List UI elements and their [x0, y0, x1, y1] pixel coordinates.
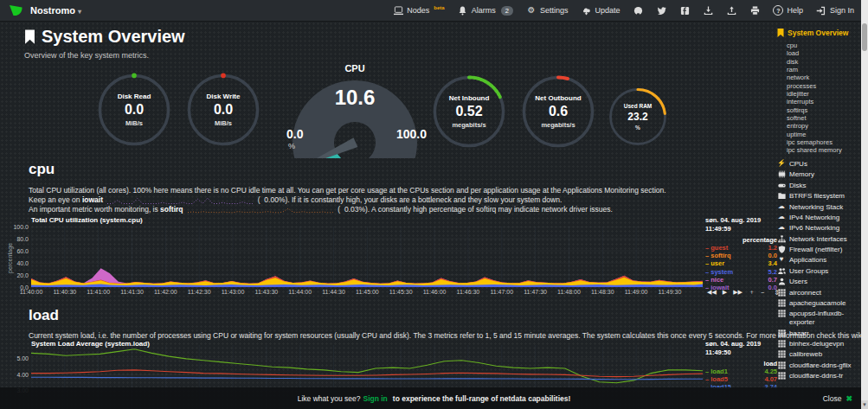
cpu-chart-toolbar: ◀◀ ▶ ▶▶ ＋ − ⇕	[707, 288, 780, 297]
legend-row-nice[interactable]: – nice0.7	[705, 276, 777, 284]
cpu-xtick: 11:40:30	[53, 289, 76, 295]
chevron-down-icon: ▾	[78, 8, 81, 16]
sidebar-subitem-ram[interactable]: ram	[777, 66, 859, 73]
sidebar-subitem-interrupts[interactable]: interrupts	[777, 98, 859, 105]
sidebar-item-cloudflare-ddns-tr[interactable]: cloudflare-ddns-tr	[777, 371, 859, 381]
cpu-xtick: 11:48:00	[557, 289, 581, 295]
sidebar-item-user-groups[interactable]: User Groups	[777, 266, 859, 277]
legend-series-value: 0.0	[768, 252, 777, 259]
twitter-button[interactable]	[656, 5, 666, 16]
sidebar-subitem-network[interactable]: network	[777, 73, 859, 81]
pan-forward-icon[interactable]: ▶▶	[733, 289, 743, 296]
iowait-sparkline-chart[interactable]	[107, 196, 253, 205]
legend-series-name: – system	[705, 268, 733, 276]
sidebar-subitem-softirqs[interactable]: softirqs	[777, 106, 859, 114]
cpu-description-line2: Keep an eye on iowait ( 0.00%). If it is…	[29, 195, 562, 205]
sidebar-item-apcupsd-influxdb-exporter[interactable]: apcupsd-influxdb-exporter	[777, 309, 859, 328]
page-title: System Overview	[24, 27, 185, 47]
cpu-chart-plot[interactable]	[31, 227, 703, 287]
legend-series-value: 5.2	[768, 268, 777, 276]
sidebar-item-calibreweb[interactable]: calibreweb	[777, 349, 859, 360]
sidebar-subitem-softnet[interactable]: softnet	[777, 114, 859, 122]
netdata-logo-icon[interactable]	[9, 4, 23, 17]
hostname-dropdown[interactable]: Nostromo▾	[30, 5, 81, 16]
sidebar-subitem-idlejitter[interactable]: idlejitter	[777, 90, 859, 98]
sidebar-item-ipv6-networking[interactable]: ☁IPv6 Networking	[777, 223, 859, 233]
print-button[interactable]	[749, 5, 760, 16]
sidebar-item-users[interactable]: Users	[777, 277, 859, 287]
cpu-ytick: 80.0	[5, 236, 29, 242]
sidebar-item-system-overview[interactable]: System Overview	[777, 29, 859, 37]
banner-signin-link[interactable]: Sign in	[363, 394, 387, 403]
alarms-menu-item[interactable]: Alarms 2	[458, 5, 513, 16]
legend-row-user[interactable]: – user3.4	[705, 259, 777, 267]
sidebar-item-ipv4-networking[interactable]: ☁IPv4 Networking	[777, 213, 859, 223]
softirq-sparkline-chart[interactable]	[188, 206, 333, 214]
hdd-icon	[777, 182, 786, 189]
sidebar-subitem-uptime[interactable]: uptime	[777, 131, 859, 138]
scrollbar-down-arrow[interactable]: ▼	[861, 400, 868, 409]
sidebar-item-cloudflare-ddns-gflix[interactable]: cloudflare-ddns-gflix	[777, 361, 859, 371]
pan-backward-icon[interactable]: ◀◀	[707, 289, 717, 296]
net-outbound-gauge-chart[interactable]: Net Outbound0.6megabits/s	[520, 73, 596, 150]
update-menu-item[interactable]: Update	[581, 5, 620, 16]
sidebar-item-applications[interactable]: ♥Applications	[777, 255, 859, 265]
legend-series-name: – softirq	[705, 252, 731, 259]
legend-row-load1[interactable]: – load14.25	[705, 367, 777, 375]
cpu-chart-xticks: 11:40:0011:40:3011:41:0011:41:3011:42:00…	[31, 289, 703, 296]
signin-menu-item[interactable]: Sign In	[816, 5, 854, 16]
sidebar-item-networking-stack[interactable]: ☁Networking Stack	[777, 201, 859, 212]
sidebar-subitem-cpu[interactable]: cpu	[777, 42, 859, 49]
scrollbar-thumb[interactable]	[862, 23, 867, 51]
sidebar-item-airconnect[interactable]: airconnect	[777, 287, 859, 297]
disk-read-gauge-chart[interactable]: Disk Read0.0MiB/s	[96, 72, 172, 148]
settings-menu-item[interactable]: ⚙ Settings	[526, 5, 569, 16]
cpu-description-line1: Total CPU utilization (all cores). 100% …	[29, 186, 666, 195]
download-icon	[703, 5, 713, 16]
sidebar-subitem-ipc-semaphores[interactable]: ipc semaphores	[777, 138, 859, 146]
sidebar-item-disks[interactable]: Disks	[777, 181, 859, 191]
zoom-out-icon[interactable]: −	[761, 290, 764, 296]
gauge-value: 0.52	[455, 104, 482, 119]
page-scrollbar[interactable]: ▼	[861, 0, 868, 409]
sidebar-item-network-interfaces[interactable]: Network Interfaces	[777, 233, 859, 244]
cpu-gauge-unit: %	[288, 142, 295, 150]
cpu-xtick: 11:46:00	[423, 289, 447, 295]
sidebar-item-memory[interactable]: Memory	[777, 169, 859, 180]
sidebar-item-bazarr[interactable]: bazarr	[777, 328, 859, 338]
sidebar-subitem-load[interactable]: load	[777, 49, 859, 57]
import-button[interactable]	[703, 5, 713, 16]
banner-close-button[interactable]: Close ✖	[823, 387, 852, 409]
export-button[interactable]	[726, 5, 736, 16]
facebook-button[interactable]	[679, 5, 690, 16]
sidebar-item-label: airconnect	[789, 289, 821, 297]
sidebar-item-apacheguacamole[interactable]: apacheguacamole	[777, 298, 859, 309]
gauge-label: Net Outbound	[535, 94, 581, 102]
help-menu-item[interactable]: ? Help	[773, 5, 803, 16]
legend-row-guest[interactable]: – guest1.2	[705, 244, 777, 252]
zoom-in-icon[interactable]: ＋	[749, 288, 755, 297]
sidebar-subitem-entropy[interactable]: entropy	[777, 122, 859, 130]
load-chart-legend: søn. 04. aug. 201911:49:50load– load14.2…	[705, 340, 777, 392]
play-icon[interactable]: ▶	[723, 289, 727, 296]
github-button[interactable]	[633, 5, 643, 16]
memory-icon	[777, 170, 786, 178]
sidebar-item-binhex-delugevpn[interactable]: binhex-delugevpn	[777, 339, 859, 349]
sidebar-item-label: Disks	[789, 182, 807, 190]
gauge-readout: Net Outbound0.6megabits/s	[520, 73, 596, 150]
legend-row-softirq[interactable]: – softirq0.0	[705, 252, 777, 259]
sidebar-subitem-ipc-shared-memory[interactable]: ipc shared memory	[777, 146, 859, 154]
sidebar-item-btrfs-filesystem[interactable]: BTRFS filesystem	[777, 191, 859, 201]
disk-write-gauge-chart[interactable]: Disk Write0.0MiB/s	[185, 72, 261, 148]
sidebar-item-cpus[interactable]: ⚡CPUs	[777, 159, 859, 169]
sidebar-subitem-disk[interactable]: disk	[777, 58, 859, 66]
legend-row-load5[interactable]: – load54.07	[705, 375, 777, 383]
legend-row-system[interactable]: – system5.2	[705, 268, 777, 276]
used-ram-gauge-chart[interactable]: Used RAM23.2%	[608, 86, 668, 147]
sidebar-item-firewall-netfilter-[interactable]: Firewall (netfilter)	[777, 245, 859, 255]
nodes-menu-item[interactable]: Nodes beta	[393, 5, 444, 16]
cpu-gauge-chart[interactable]: CPU 10.6 0.0 100.0 %	[280, 63, 430, 158]
net-inbound-gauge-chart[interactable]: Net Inbound0.52megabits/s	[431, 73, 507, 150]
cpu-xtick: 11:43:00	[222, 289, 245, 295]
sidebar-subitem-processes[interactable]: processes	[777, 82, 859, 90]
